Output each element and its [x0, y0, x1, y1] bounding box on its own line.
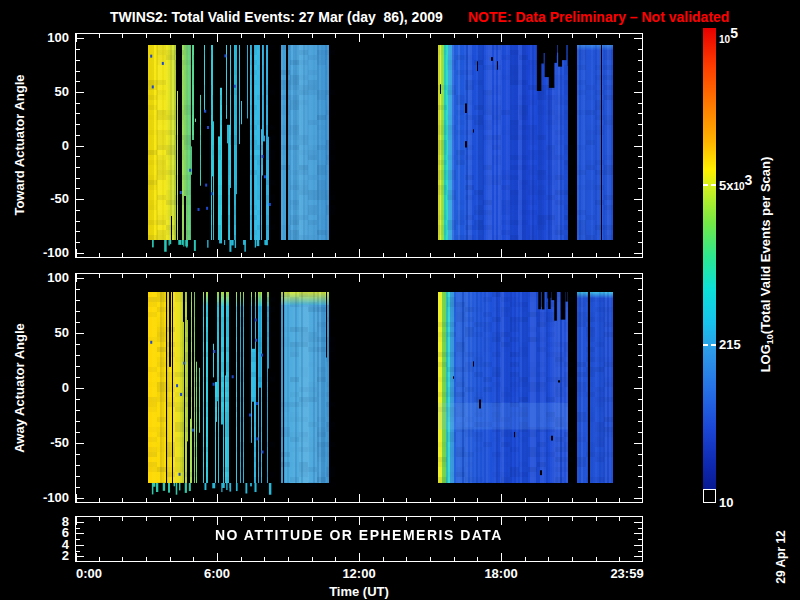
colorbar-bottom-box [703, 489, 716, 503]
date-stamp: 29 Apr 12 [773, 507, 789, 600]
figure: TWINS2: Total Valid Events: 27 Mar (day … [0, 0, 800, 600]
x-tick-label: 0:00 [59, 566, 119, 582]
x-tick-label: 18:00 [471, 566, 531, 582]
colorbar-tick-dash [711, 344, 716, 346]
away-panel-canvas [75, 273, 643, 503]
y-tick-label: 0 [29, 380, 69, 396]
colorbar-gradient [703, 28, 716, 503]
colorbar-tick-dash [703, 184, 708, 186]
y-tick-label: -100 [29, 490, 69, 506]
y-tick-label: -50 [29, 435, 69, 451]
toward-panel-canvas [75, 33, 643, 258]
y-tick-label: 2 [29, 548, 69, 564]
colorbar-title: LOG10(Total Valid Events per Scan) [758, 135, 775, 395]
y-axis-title-toward: Toward Actuator Angle [12, 35, 28, 255]
colorbar-tick-label: 105 [719, 30, 738, 48]
x-tick-label: 12:00 [329, 566, 389, 582]
colorbar-tick-label: 215 [719, 337, 741, 353]
time-axis-title: Time (UT) [75, 584, 643, 600]
y-tick-label: 100 [29, 30, 69, 46]
x-tick-label: 6:00 [187, 566, 247, 582]
y-tick-label: 0 [29, 138, 69, 154]
y-tick-label: -100 [29, 245, 69, 261]
y-axis-title-away: Away Actuator Angle [12, 278, 28, 498]
colorbar-tick-dash [711, 184, 716, 186]
y-tick-label: 100 [29, 270, 69, 286]
x-tick-label: 23:59 [597, 566, 657, 582]
colorbar-tick-label: 5x103 [719, 177, 752, 195]
colorbar-tick-dash [703, 344, 708, 346]
status-note: NO ATTITUDE OR EPHEMERIS DATA [75, 527, 643, 543]
colorbar-tick-label: 10 [719, 495, 733, 511]
plot-title-note: NOTE: Data Preliminary – Not validated [468, 9, 729, 25]
plot-title: TWINS2: Total Valid Events: 27 Mar (day … [110, 9, 443, 25]
y-tick-label: -50 [29, 191, 69, 207]
y-tick-label: 50 [29, 84, 69, 100]
y-tick-label: 50 [29, 325, 69, 341]
